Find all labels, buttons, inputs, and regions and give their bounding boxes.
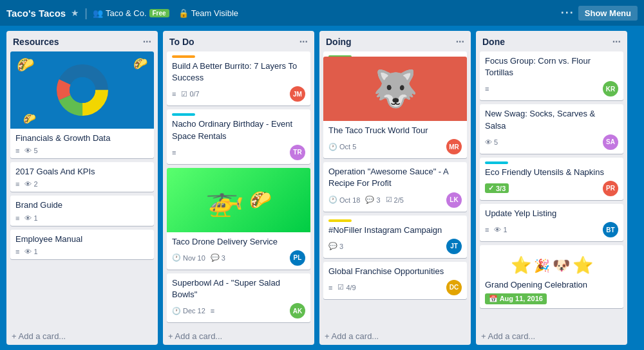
card-nacho[interactable]: Nacho Ordinary Birthday - Event Space Re… <box>167 109 310 163</box>
add-card-todo[interactable]: + Add a card... <box>163 327 314 345</box>
card-taco-truck[interactable]: 🐺 The Taco Truck World Tour 🕐 Oct 5 MR <box>323 51 467 158</box>
card-title-financials: Financials & Growth Data <box>15 133 149 144</box>
eye-count-4: 1 <box>33 248 37 255</box>
board-title[interactable]: Taco's Tacos <box>6 8 66 19</box>
clock-icon-as: 🕐 <box>328 196 337 204</box>
eye-icon-2: 👁 <box>24 180 32 188</box>
column-doing: Doing ··· 🐺 The Taco Truck World Tour 🕐 … <box>319 31 471 345</box>
board: Resources ··· 🌮 🌮 � <box>0 26 644 350</box>
lock-icon: 🔒 <box>178 8 189 18</box>
column-menu-todo[interactable]: ··· <box>299 36 308 48</box>
add-card-resources[interactable]: + Add a card... <box>6 327 158 345</box>
husky-image: 🐺 <box>323 57 467 121</box>
eye-count-2: 2 <box>33 180 37 188</box>
card-meta-swag: 👁 5 SA <box>485 134 618 150</box>
card-meta-eco: ✓ 3/3 PR <box>485 181 618 196</box>
card-awesome-sauce[interactable]: Operation "Awesome Sauce" - A Recipe For… <box>323 162 467 211</box>
header: Taco's Tacos ★ | 👥 Taco & Co. Free 🔒 Tea… <box>0 0 644 26</box>
avatar-yelp: BT <box>603 222 618 237</box>
card-drone[interactable]: 🚁 🌮 Taco Drone Delivery Service 🕐 Nov 10… <box>167 168 310 270</box>
column-header-resources: Resources ··· <box>6 31 158 51</box>
column-title-done: Done <box>482 37 505 47</box>
date-text-s: Dec 12 <box>183 307 205 315</box>
comment-icon-as: 💬 <box>365 196 374 204</box>
header-right: ··· Show Menu <box>561 6 638 21</box>
card-meta-nacho: ≡ TR <box>172 145 305 160</box>
card-yelp[interactable]: Update Yelp Listing ≡ 👁 1 BT <box>480 204 623 241</box>
card-title-nacho: Nacho Ordinary Birthday - Event Space Re… <box>172 118 305 142</box>
drone-bg: 🚁 🌮 <box>167 168 310 232</box>
card-grand-opening[interactable]: ⭐ 🎉 🐶 ⭐ Grand Opening Celebration 📅 Aug … <box>480 245 623 308</box>
column-cards-doing: 🐺 The Taco Truck World Tour 🕐 Oct 5 MR O… <box>319 51 471 327</box>
label-bar-nacho <box>172 113 195 116</box>
avatar-franchise: DC <box>446 280 462 295</box>
label-bar-burrito <box>172 55 195 58</box>
card-goals[interactable]: 2017 Goals And KPIs ≡ 👁 2 <box>10 162 154 192</box>
card-employee[interactable]: Employee Manual ≡ 👁 1 <box>10 230 154 259</box>
card-meta-superbowl: 🕐 Dec 12 ≡ AK <box>172 303 305 318</box>
label-bar-nofiller <box>328 219 352 222</box>
column-todo: To Do ··· Build A Better Burrito: 7 Laye… <box>163 31 314 345</box>
comment-sauce: 💬 3 <box>365 196 380 204</box>
column-menu-done[interactable]: ··· <box>612 36 621 48</box>
lines-icon-fg: ≡ <box>485 85 489 93</box>
show-menu-button[interactable]: Show Menu <box>578 6 638 21</box>
card-title-eco: Eco Friendly Utensils & Napkins <box>485 167 618 178</box>
card-meta-truck: 🕐 Oct 5 MR <box>328 139 462 154</box>
husky-bg: 🐺 <box>323 57 467 121</box>
star-icon[interactable]: ★ <box>71 8 79 18</box>
card-meta-burrito: ≡ ☑ 0/7 JM <box>172 86 305 102</box>
card-brand[interactable]: Brand Guide ≡ 👁 1 <box>10 196 154 225</box>
card-franchise[interactable]: Global Franchise Opportunities ≡ ☑ 4/9 D… <box>323 262 467 299</box>
avatar-superbowl: AK <box>290 303 305 318</box>
eye-icon-sw: 👁 <box>485 138 492 146</box>
card-focus-group[interactable]: Focus Group: Corn vs. Flour Tortillas ≡ … <box>480 51 623 100</box>
card-meta-franchise: ≡ ☑ 4/9 DC <box>328 280 462 295</box>
checklist-sauce: ☑ 2/5 <box>386 196 404 204</box>
card-title-focus: Focus Group: Corn vs. Flour Tortillas <box>485 55 618 78</box>
people-icon: 👥 <box>93 8 103 18</box>
comment-icon-nf: 💬 <box>328 242 337 250</box>
label-bar-eco <box>485 161 508 164</box>
star-2: ⭐ <box>573 255 593 275</box>
team-label: Team Visible <box>191 8 238 18</box>
card-burrito[interactable]: Build A Better Burrito: 7 Layers To Succ… <box>167 51 310 106</box>
lines-icon-yelp: ≡ <box>485 226 489 234</box>
eye-meta-4: 👁 1 <box>24 248 37 255</box>
card-meta-goals: ≡ 👁 2 <box>15 180 149 188</box>
more-dots[interactable]: ··· <box>561 6 574 20</box>
card-nofiller[interactable]: #NoFiller Instagram Campaign 💬 3 JT <box>323 216 467 258</box>
date-sauce: 🕐 Oct 18 <box>328 196 360 204</box>
stars-area: ⭐ 🎉 🐶 ⭐ <box>485 249 618 279</box>
column-cards-resources: 🌮 🌮 🌮 Financials & Growth Data ≡ 👁 5 201… <box>6 51 158 327</box>
column-menu-doing[interactable]: ··· <box>456 36 464 48</box>
dog-emoji: 🐶 <box>553 257 570 274</box>
card-title-superbowl: Superbowl Ad - "Super Salad Bowls" <box>172 277 305 300</box>
avatar-eco: PR <box>603 181 618 196</box>
card-financials[interactable]: 🌮 🌮 🌮 Financials & Growth Data ≡ 👁 5 <box>10 51 154 158</box>
card-swag[interactable]: New Swag: Socks, Scarves & Salsa 👁 5 SA <box>480 104 623 153</box>
column-title-doing: Doing <box>326 37 352 47</box>
comment-drone: 💬 3 <box>211 253 225 262</box>
checklist-burrito: ☑ 0/7 <box>181 90 199 98</box>
org-name[interactable]: Taco & Co. <box>106 8 147 18</box>
avatar-burrito: JM <box>290 86 305 102</box>
add-card-doing[interactable]: + Add a card... <box>319 327 471 345</box>
card-title-sauce: Operation "Awesome Sauce" - A Recipe For… <box>328 166 462 189</box>
lines-icon-4: ≡ <box>15 248 19 255</box>
card-superbowl[interactable]: Superbowl Ad - "Super Salad Bowls" 🕐 Dec… <box>167 273 310 322</box>
eye-yelp: 👁 1 <box>494 226 507 234</box>
column-menu-icon[interactable]: ··· <box>143 36 151 48</box>
badge-eco: ✓ 3/3 <box>485 183 509 193</box>
org-info: 👥 Taco & Co. Free <box>93 8 169 18</box>
comment-count-as: 3 <box>376 196 380 204</box>
eye-icon: 👁 <box>24 147 32 154</box>
card-meta-financials: ≡ 👁 5 <box>15 147 149 154</box>
eye-count: 5 <box>33 147 37 154</box>
check-count-as: 2/5 <box>394 196 404 204</box>
card-meta-nofiller: 💬 3 JT <box>328 239 462 254</box>
lines-icon-s: ≡ <box>211 307 214 315</box>
eye-count-sw: 5 <box>494 138 498 146</box>
card-eco[interactable]: Eco Friendly Utensils & Napkins ✓ 3/3 PR <box>480 158 623 200</box>
add-card-done[interactable]: + Add a card... <box>476 327 627 345</box>
